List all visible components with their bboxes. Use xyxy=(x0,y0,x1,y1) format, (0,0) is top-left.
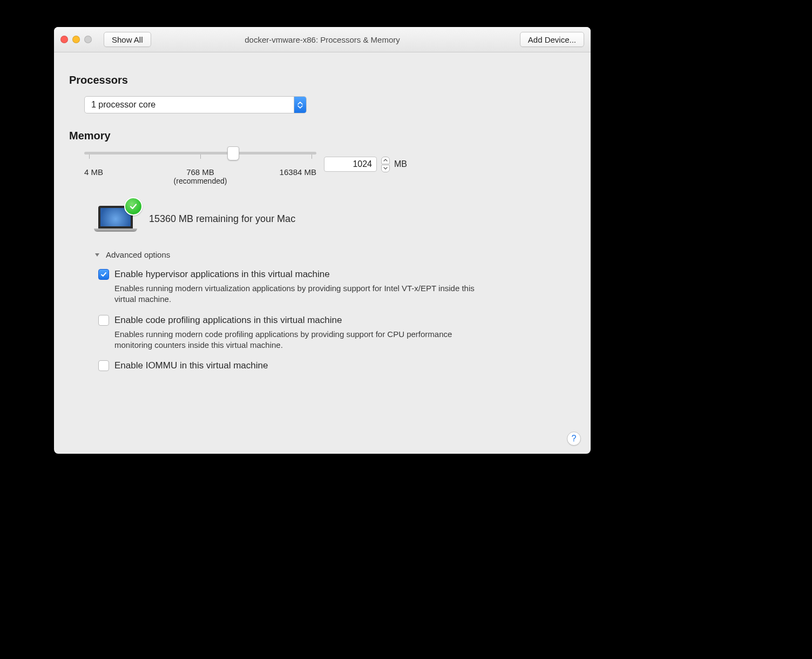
processor-cores-value: 1 processor core xyxy=(85,97,294,113)
memory-heading: Memory xyxy=(69,130,576,142)
option-hypervisor: Enable hypervisor applications in this v… xyxy=(98,269,554,305)
checkmark-badge-icon xyxy=(124,197,143,216)
advanced-options-disclosure[interactable]: Advanced options xyxy=(94,250,576,259)
memory-remaining-label: 15360 MB remaining for your Mac xyxy=(149,213,295,225)
close-window-button[interactable] xyxy=(60,36,68,43)
memory-remaining-row: 15360 MB remaining for your Mac xyxy=(94,204,576,234)
minimize-window-button[interactable] xyxy=(72,36,80,43)
hypervisor-label: Enable hypervisor applications in this v… xyxy=(114,269,330,280)
window-controls xyxy=(60,36,92,43)
settings-window: Show All docker-vmware-x86: Processors &… xyxy=(54,27,591,454)
hypervisor-description: Enables running modern virtualization ap… xyxy=(114,283,487,305)
slider-recommended-label: 768 MB (recommended) xyxy=(174,167,227,185)
processor-cores-select[interactable]: 1 processor core xyxy=(84,96,307,113)
memory-unit-label: MB xyxy=(394,159,407,169)
add-device-button[interactable]: Add Device... xyxy=(520,32,584,47)
slider-labels: 4 MB 768 MB (recommended) 16384 MB xyxy=(84,167,316,177)
slider-thumb[interactable] xyxy=(227,146,239,160)
macbook-icon xyxy=(94,204,137,234)
disclosure-triangle-icon xyxy=(94,252,100,258)
code-profiling-description: Enables running modern code profiling ap… xyxy=(114,329,487,351)
slider-max-label: 16384 MB xyxy=(280,167,316,177)
processors-heading: Processors xyxy=(69,74,576,86)
stepper-down-button[interactable] xyxy=(381,165,390,172)
stepper-up-button[interactable] xyxy=(381,157,390,164)
titlebar: Show All docker-vmware-x86: Processors &… xyxy=(54,27,591,52)
slider-min-label: 4 MB xyxy=(84,167,103,177)
zoom-window-button xyxy=(84,36,92,43)
show-all-button[interactable]: Show All xyxy=(104,32,151,47)
memory-stepper[interactable] xyxy=(381,157,390,172)
memory-slider[interactable]: 4 MB 768 MB (recommended) 16384 MB xyxy=(84,152,316,177)
memory-input[interactable] xyxy=(324,157,377,172)
hypervisor-checkbox[interactable] xyxy=(98,269,109,280)
iommu-label: Enable IOMMU in this virtual machine xyxy=(114,360,268,371)
slider-track xyxy=(84,152,316,154)
help-button[interactable]: ? xyxy=(567,432,581,446)
option-code-profiling: Enable code profiling applications in th… xyxy=(98,315,554,351)
code-profiling-label: Enable code profiling applications in th… xyxy=(114,315,342,326)
chevron-up-down-icon xyxy=(294,97,306,113)
option-iommu: Enable IOMMU in this virtual machine xyxy=(98,360,554,371)
memory-row: 4 MB 768 MB (recommended) 16384 MB xyxy=(84,152,576,177)
iommu-checkbox[interactable] xyxy=(98,360,109,371)
advanced-options-label: Advanced options xyxy=(106,250,170,259)
code-profiling-checkbox[interactable] xyxy=(98,315,109,326)
memory-input-group: MB xyxy=(324,157,407,172)
content-area: Processors 1 processor core Memory 4 MB xyxy=(54,52,591,454)
